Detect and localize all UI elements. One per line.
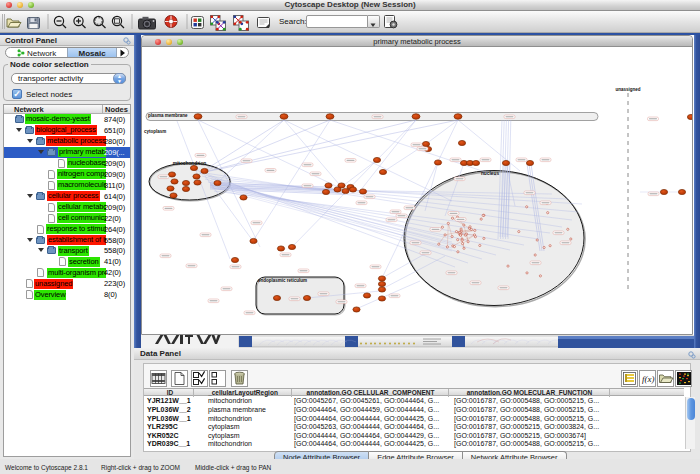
svg-text:f(x): f(x) [642,374,655,384]
svg-text:cytoplasm: cytoplasm [144,129,166,134]
svg-text:unassigned: unassigned [615,87,640,92]
svg-text:endoplasmic reticulum: endoplasmic reticulum [258,278,307,283]
svg-text:nucleus: nucleus [481,171,499,176]
svg-text:plasma membrane: plasma membrane [148,113,188,118]
svg-text:mitochondrion: mitochondrion [173,161,207,166]
